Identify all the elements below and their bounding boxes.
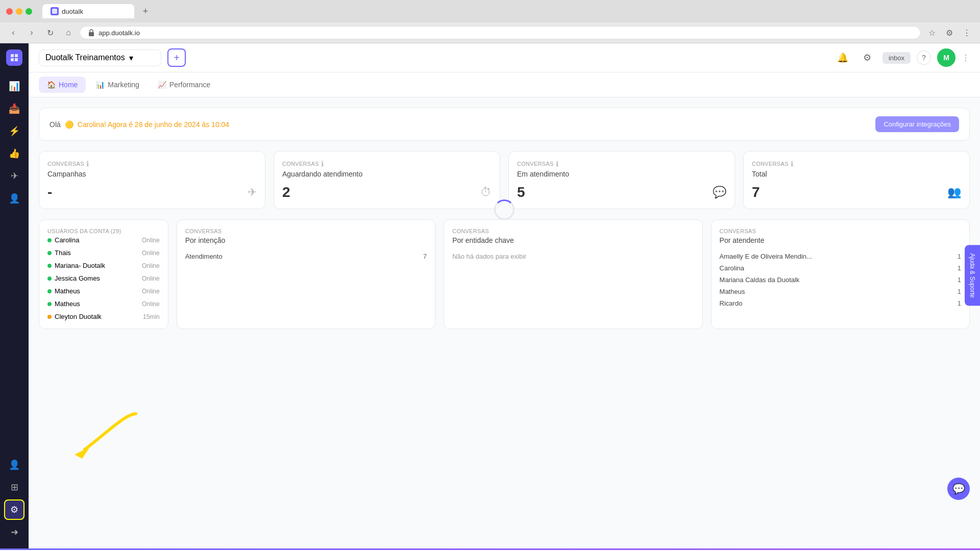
info-icon-4[interactable]: ℹ xyxy=(791,160,793,168)
avatar-more-icon[interactable]: ⋮ xyxy=(962,53,970,63)
stat-title-4: Total xyxy=(752,170,793,178)
page-body: Olá 🟡 Carolina! Agora é 28 de junho de 2… xyxy=(29,97,980,548)
stat-value-2: 2 xyxy=(282,184,290,201)
browser-chrome: duotalk + ‹ › ↻ ⌂ app.duotalk.io ☆ ⚙ ⋮ xyxy=(0,0,980,43)
sidebar-item-dashboard[interactable]: 📊 xyxy=(4,76,24,96)
sidebar-item-logout[interactable]: ➜ xyxy=(4,522,24,542)
user-name: Thais xyxy=(55,249,71,257)
tab-performance[interactable]: 📈 Performance xyxy=(150,77,218,93)
sidebar-item-inbox[interactable]: 📥 xyxy=(4,98,24,119)
address-bar[interactable]: app.duotalk.io xyxy=(80,26,921,39)
entity-card-category: Conversas xyxy=(452,228,694,234)
settings-header-button[interactable]: ⚙ xyxy=(858,48,876,67)
menu-icon[interactable]: ⋮ xyxy=(960,26,974,40)
sidebar-item-send[interactable]: ✈ xyxy=(4,166,24,186)
stat-icon-1: ✈ xyxy=(248,186,257,199)
tab-home[interactable]: 🏠 Home xyxy=(39,77,86,93)
agent-value: 1 xyxy=(958,299,961,307)
info-icon-2[interactable]: ℹ xyxy=(321,160,324,168)
user-list: Carolina Online Thais Online xyxy=(47,236,160,320)
bookmark-icon[interactable]: ☆ xyxy=(925,26,939,40)
home-button[interactable]: ⌂ xyxy=(61,26,76,40)
users-card: Usuários da Conta (29) Carolina Online xyxy=(39,219,168,329)
intention-label: Atendimento xyxy=(185,253,223,260)
tab-marketing[interactable]: 📊 Marketing xyxy=(88,77,147,93)
sidebar-item-approve[interactable]: 👍 xyxy=(4,143,24,164)
agent-value: 1 xyxy=(958,276,961,284)
status-dot xyxy=(47,315,52,319)
user-item: Matheus Online xyxy=(47,287,160,295)
user-status-label: Online xyxy=(142,262,160,269)
status-dot xyxy=(47,277,52,281)
browser-tab[interactable]: duotalk xyxy=(42,4,134,18)
agent-card-category: Conversas xyxy=(720,228,961,234)
status-dot xyxy=(47,289,52,293)
user-item: Carolina Online xyxy=(47,236,160,244)
help-button[interactable]: ? xyxy=(917,51,931,65)
user-status-label: Online xyxy=(142,237,160,244)
intention-data-row: Atendimento 7 xyxy=(185,253,427,260)
sidebar-item-integrations[interactable]: ⊞ xyxy=(4,477,24,497)
extensions-icon[interactable]: ⚙ xyxy=(942,26,957,40)
loading-spinner-container xyxy=(494,199,514,220)
minimize-dot[interactable] xyxy=(16,8,22,15)
user-label-button[interactable]: inbox xyxy=(883,52,911,64)
conversations-agent-card: Conversas Por atendente Amaelly E de Oli… xyxy=(711,219,970,329)
svg-rect-1 xyxy=(89,32,94,36)
app-container: 📊 📥 ⚡ 👍 ✈ 👤 👤 ⊞ ⚙ ➜ Duotalk Treinamentos… xyxy=(0,43,980,548)
agent-row: Amaelly E de Oliveira Mendin... 1 xyxy=(720,253,961,260)
tab-title: duotalk xyxy=(62,8,83,15)
support-button[interactable]: Ajuda & Suporte xyxy=(965,245,980,306)
refresh-button[interactable]: ↻ xyxy=(43,26,57,40)
home-tab-icon: 🏠 xyxy=(47,81,56,89)
top-header: Duotalk Treinamentos ▾ + 🔔 ⚙ inbox ? M ⋮ xyxy=(29,43,980,72)
toolbar-actions: ☆ ⚙ ⋮ xyxy=(925,26,974,40)
intention-card-category: Conversas xyxy=(185,228,427,234)
cta-button[interactable]: Configurar integrações xyxy=(875,116,959,132)
stat-label-4: Conversas ℹ xyxy=(752,160,793,168)
sidebar-bottom: 👤 ⊞ ⚙ ➜ xyxy=(4,455,24,542)
sidebar-item-settings[interactable]: ⚙ xyxy=(4,499,24,520)
notification-button[interactable]: 🔔 xyxy=(834,48,852,67)
stat-label-3: Conversas ℹ xyxy=(517,160,569,168)
user-status-label: Online xyxy=(142,300,160,308)
sidebar-item-flash[interactable]: ⚡ xyxy=(4,121,24,141)
sidebar-item-account[interactable]: 👤 xyxy=(4,455,24,475)
maximize-dot[interactable] xyxy=(26,8,32,15)
add-button[interactable]: + xyxy=(167,48,186,67)
stat-value-3: 5 xyxy=(517,184,525,201)
back-button[interactable]: ‹ xyxy=(6,26,20,40)
status-dot xyxy=(47,302,52,306)
agent-label: Mariana Caldas da Duotalk xyxy=(720,276,800,284)
user-status-label: Online xyxy=(142,288,160,295)
agent-label: Matheus xyxy=(720,288,745,295)
performance-tab-icon: 📈 xyxy=(158,81,166,89)
user-item: Mariana- Duotalk Online xyxy=(47,262,160,269)
info-icon-1[interactable]: ℹ xyxy=(86,160,89,168)
user-status-label: Online xyxy=(142,249,160,257)
agent-row: Ricardo 1 xyxy=(720,299,961,307)
stat-card-em-atendimento: Conversas ℹ Em atendimento 5 💬 xyxy=(508,151,735,209)
intention-card-title: Por intenção xyxy=(185,236,427,244)
header-actions: 🔔 ⚙ inbox ? M ⋮ xyxy=(834,48,970,67)
close-dot[interactable] xyxy=(6,8,13,15)
stat-icon-3: 💬 xyxy=(713,186,726,199)
sidebar-item-contacts[interactable]: 👤 xyxy=(4,188,24,209)
browser-toolbar: ‹ › ↻ ⌂ app.duotalk.io ☆ ⚙ ⋮ xyxy=(0,22,980,43)
stat-title-3: Em atendimento xyxy=(517,170,569,178)
stat-icon-2: ⏱ xyxy=(480,186,492,199)
user-item: Jessica Gomes Online xyxy=(47,274,160,282)
avatar[interactable]: M xyxy=(937,48,955,67)
info-icon-3[interactable]: ℹ xyxy=(556,160,558,168)
workspace-selector[interactable]: Duotalk Treinamentos ▾ xyxy=(39,49,161,66)
browser-dots xyxy=(6,8,32,15)
chat-fab-button[interactable]: 💬 xyxy=(947,478,970,500)
new-tab-button[interactable]: + xyxy=(138,4,153,18)
conversations-entity-card: Conversas Por entidade chave Não há dado… xyxy=(444,219,702,329)
workspace-chevron-icon: ▾ xyxy=(129,53,133,63)
stat-icon-4: 👥 xyxy=(947,186,961,199)
forward-button[interactable]: › xyxy=(24,26,39,40)
status-dot xyxy=(47,238,52,242)
sidebar: 📊 📥 ⚡ 👍 ✈ 👤 👤 ⊞ ⚙ ➜ xyxy=(0,43,29,548)
user-name: Mariana- Duotalk xyxy=(55,262,105,269)
